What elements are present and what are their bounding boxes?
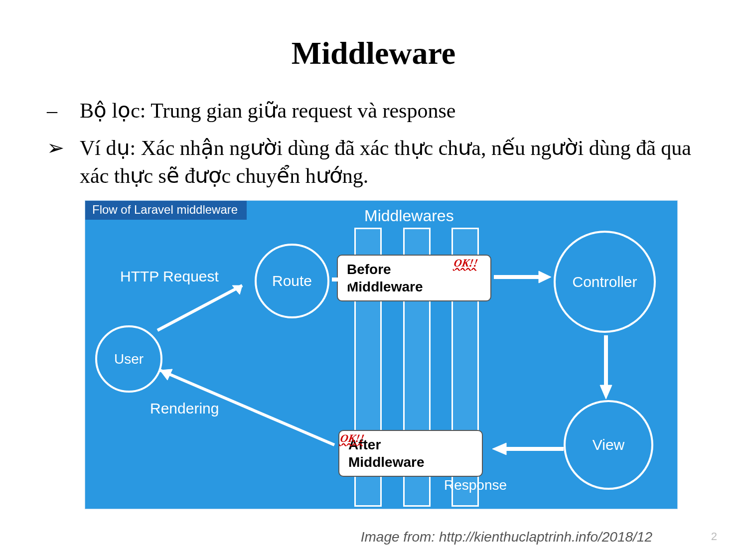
arrow-controller-view: [596, 335, 616, 400]
ok-stamp-after: OK!!: [340, 432, 370, 444]
image-caption: Image from: http://kienthuclaptrinh.info…: [361, 529, 652, 545]
bullet-list: – Bộ lọc: Trung gian giữa request và res…: [45, 97, 702, 190]
ok-text: OK!!: [339, 432, 365, 445]
svg-marker-9: [492, 443, 506, 455]
flow-diagram: Flow of Laravel middleware Middlewares H…: [85, 200, 678, 509]
diagram-header: Flow of Laravel middleware: [85, 201, 247, 220]
middlewares-label: Middlewares: [364, 207, 454, 225]
ok-stamp-before: OK!!: [454, 257, 484, 269]
bullet-text: Bộ lọc: Trung gian giữa request và respo…: [80, 97, 702, 125]
arrow-view-after: [486, 440, 564, 460]
bullet-item: ➢ Ví dụ: Xác nhận người dùng đã xác thực…: [45, 134, 702, 190]
svg-line-0: [157, 285, 242, 330]
svg-marker-3: [347, 274, 356, 285]
page-number: 2: [711, 530, 717, 543]
before-text: Before Middleware: [347, 262, 423, 294]
bullet-marker: –: [45, 97, 80, 125]
bullet-marker: ➢: [45, 134, 80, 162]
arrow-route-before: [332, 271, 357, 290]
ok-text: OK!!: [453, 257, 479, 270]
response-label: Response: [444, 477, 507, 493]
controller-node: Controller: [554, 231, 656, 333]
slide-title: Middleware: [45, 35, 702, 72]
svg-marker-5: [539, 271, 551, 283]
bullet-text: Ví dụ: Xác nhận người dùng đã xác thực c…: [80, 134, 702, 190]
svg-line-10: [160, 370, 334, 445]
arrow-user-route: [152, 276, 257, 335]
route-node: Route: [255, 244, 329, 318]
arrow-after-user: [140, 360, 339, 450]
view-node: View: [564, 400, 653, 490]
arrow-before-controller: [494, 268, 554, 288]
bullet-item: – Bộ lọc: Trung gian giữa request và res…: [45, 97, 702, 125]
svg-marker-7: [600, 385, 612, 399]
